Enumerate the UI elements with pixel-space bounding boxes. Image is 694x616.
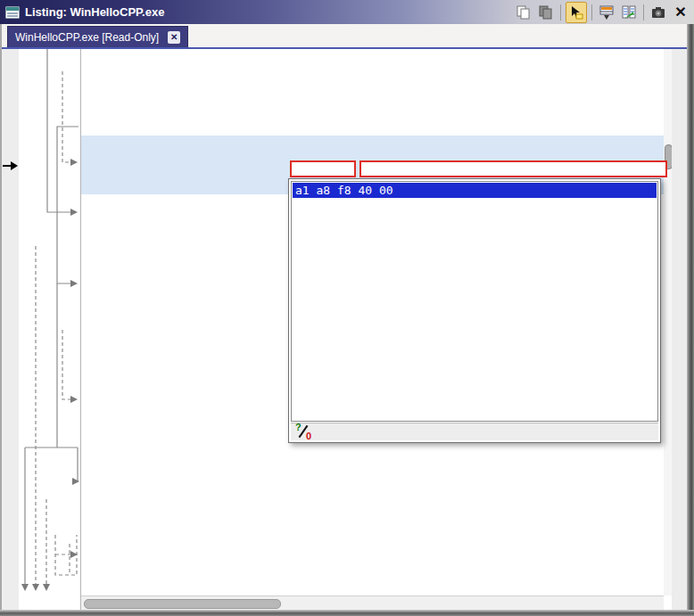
operand-edit-field[interactable]: EAX,[0x0040f8a8]​: [359, 160, 667, 177]
snapshot-camera-icon[interactable]: [649, 3, 668, 22]
flow-arrows: [19, 49, 80, 610]
toolbar-separator: [643, 4, 644, 21]
tab-bar: WinHelloCPP.exe [Read-Only] ✕: [0, 24, 694, 47]
assembly-rating-icon: ? 0: [295, 424, 311, 439]
listing-icon: [5, 6, 20, 19]
horizontal-scrollbar[interactable]: [81, 595, 664, 611]
assembler-suggestion-popup: a1 a8 f8 40 00 ? 0: [288, 178, 661, 443]
tab-label: WinHelloCPP.exe [Read-Only]: [15, 31, 159, 44]
toolbar-separator: [591, 4, 592, 21]
suggestion-list[interactable]: a1 a8 f8 40 00: [291, 181, 658, 422]
tab-winhellocpp-readonly[interactable]: WinHelloCPP.exe [Read-Only] ✕: [7, 26, 188, 48]
mnemonic-edit-field[interactable]: MOV: [290, 160, 356, 177]
toolbar-separator: [560, 4, 561, 21]
title-bar: Listing: WinHelloCPP.exe ✕: [0, 0, 694, 24]
window-border-bottom[interactable]: [0, 610, 694, 616]
current-position-arrow-icon: [2, 49, 19, 610]
instruction-pointer-margin: [2, 49, 19, 610]
horizontal-scrollbar-thumb[interactable]: [84, 599, 281, 609]
suggestion-item-selected[interactable]: a1 a8 f8 40 00: [293, 183, 657, 198]
paste-icon[interactable]: [536, 3, 556, 22]
text-cursor: ​: [489, 176, 490, 177]
tab-close-icon[interactable]: ✕: [168, 31, 180, 44]
ghidra-listing-window: { "window": {"title": "Listing: WinHello…: [0, 0, 694, 616]
cursor-selection-icon[interactable]: [566, 2, 587, 23]
diff-listing-icon[interactable]: [619, 3, 639, 22]
window-border-left: [0, 24, 2, 616]
window-title: Listing: WinHelloCPP.exe: [25, 5, 164, 19]
popup-status-bar: ? 0: [291, 423, 658, 440]
close-icon[interactable]: ✕: [671, 3, 690, 22]
memory-table-icon[interactable]: [597, 3, 616, 22]
window-border-right[interactable]: [687, 24, 694, 616]
vertical-scrollbar[interactable]: [664, 49, 672, 595]
flow-arrow-margin: [19, 49, 81, 610]
marker-margin: [672, 49, 687, 610]
copy-icon[interactable]: [514, 3, 533, 22]
